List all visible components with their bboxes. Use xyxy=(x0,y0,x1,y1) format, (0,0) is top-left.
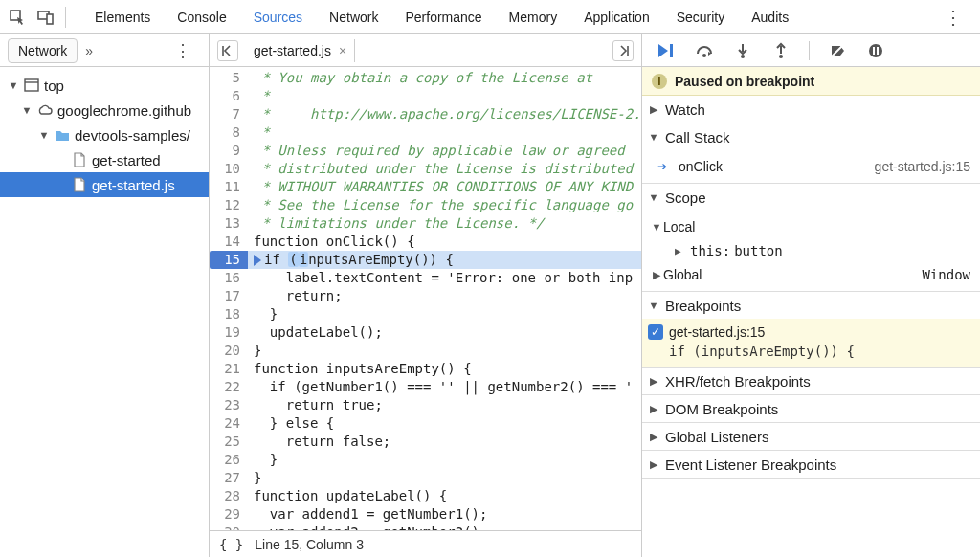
scope-variable[interactable]: ▶this: button xyxy=(650,239,980,262)
line-number[interactable]: 18 xyxy=(210,305,248,323)
line-number[interactable]: 23 xyxy=(210,396,248,414)
section-event-listeners-header[interactable]: ▶ Event Listener Breakpoints xyxy=(642,451,980,478)
line-gutter[interactable]: 5678910111213141516171819202122232425262… xyxy=(210,67,248,530)
section-breakpoints: ▼ Breakpoints ✓get-started.js:15if (inpu… xyxy=(642,292,980,368)
line-number[interactable]: 17 xyxy=(210,287,248,305)
line-number[interactable]: 28 xyxy=(210,487,248,505)
line-number[interactable]: 15 xyxy=(210,251,248,269)
code-line: * See the License for the specific langu… xyxy=(248,196,641,214)
svg-point-14 xyxy=(869,44,882,57)
code-line: * WITHOUT WARRANTIES OR CONDITIONS OF AN… xyxy=(248,178,641,196)
tab-sources[interactable]: Sources xyxy=(252,2,304,33)
code-editor[interactable]: 5678910111213141516171819202122232425262… xyxy=(210,67,641,530)
line-number[interactable]: 7 xyxy=(210,105,248,123)
line-number[interactable]: 22 xyxy=(210,378,248,396)
line-number[interactable]: 20 xyxy=(210,342,248,360)
code-line: function inputsAreEmpty() { xyxy=(248,360,641,378)
expand-icon: ▼ xyxy=(648,131,659,143)
file-icon xyxy=(71,177,88,192)
close-tab-icon[interactable]: × xyxy=(339,43,346,58)
main-toolbar: ElementsConsoleSourcesNetworkPerformance… xyxy=(0,0,980,34)
var-name: this: xyxy=(690,243,730,258)
section-global-listeners-header[interactable]: ▶ Global Listeners xyxy=(642,423,980,450)
line-number[interactable]: 25 xyxy=(210,433,248,451)
section-xhr: ▶ XHR/fetch Breakpoints xyxy=(642,368,980,395)
tab-network[interactable]: Network xyxy=(327,2,380,33)
tab-audits[interactable]: Audits xyxy=(749,2,791,33)
section-xhr-header[interactable]: ▶ XHR/fetch Breakpoints xyxy=(642,368,980,394)
code-line: return false; xyxy=(248,433,641,451)
step-over-icon[interactable] xyxy=(694,40,715,61)
tree-item[interactable]: get-started xyxy=(0,147,209,172)
code-line: * xyxy=(248,87,641,105)
line-number[interactable]: 12 xyxy=(210,196,248,214)
tree-item[interactable]: ▼top xyxy=(0,73,209,98)
pause-exceptions-icon[interactable] xyxy=(865,40,886,61)
editor-tabs: get-started.js × xyxy=(210,34,641,67)
code-line: } xyxy=(248,342,641,360)
scope-local[interactable]: ▼ Local xyxy=(650,214,980,239)
editor-tab[interactable]: get-started.js × xyxy=(246,39,355,62)
checkbox-icon[interactable]: ✓ xyxy=(648,324,663,340)
navigator-menu-icon[interactable]: ⋮ xyxy=(165,40,201,61)
nav-back-icon[interactable] xyxy=(217,40,238,61)
breakpoint-label: get-started.js:15 xyxy=(669,324,970,340)
line-number[interactable]: 26 xyxy=(210,451,248,469)
code-line: } xyxy=(248,305,641,323)
code-content[interactable]: * You may obtain a copy of the License a… xyxy=(248,67,641,530)
tab-application[interactable]: Application xyxy=(582,2,652,33)
callstack-body: ➔onClickget-started.js:15 xyxy=(642,150,980,183)
tab-performance[interactable]: Performance xyxy=(403,2,483,33)
section-callstack-header[interactable]: ▼ Call Stack xyxy=(642,123,980,150)
step-into-icon[interactable] xyxy=(732,40,753,61)
execution-marker-icon xyxy=(254,255,261,266)
panel-tabs: ElementsConsoleSourcesNetworkPerformance… xyxy=(93,2,924,33)
more-menu-icon[interactable]: ⋮ xyxy=(934,6,972,29)
twisty-icon: ▼ xyxy=(8,79,19,91)
line-number[interactable]: 11 xyxy=(210,178,248,196)
line-number[interactable]: 9 xyxy=(210,142,248,160)
tab-security[interactable]: Security xyxy=(675,2,727,33)
cloud-icon xyxy=(36,103,54,117)
line-number[interactable]: 5 xyxy=(210,69,248,87)
code-line: * You may obtain a copy of the License a… xyxy=(248,69,641,87)
line-number[interactable]: 10 xyxy=(210,160,248,178)
line-number[interactable]: 24 xyxy=(210,414,248,433)
breakpoint-item[interactable]: ✓get-started.js:15if (inputsAreEmpty()) … xyxy=(642,319,980,367)
line-number[interactable]: 6 xyxy=(210,87,248,105)
section-scope-header[interactable]: ▼ Scope xyxy=(642,184,980,211)
line-number[interactable]: 16 xyxy=(210,269,248,287)
line-number[interactable]: 30 xyxy=(210,524,248,530)
tab-elements[interactable]: Elements xyxy=(93,2,152,33)
section-dom-header[interactable]: ▶ DOM Breakpoints xyxy=(642,395,980,422)
device-toggle-icon[interactable] xyxy=(36,8,56,27)
line-number[interactable]: 27 xyxy=(210,469,248,487)
frame-location: get-started.js:15 xyxy=(875,159,970,174)
pretty-print-icon[interactable]: { } xyxy=(219,537,243,552)
scope-global[interactable]: ▶ Global Window xyxy=(650,262,980,287)
inspect-icon[interactable] xyxy=(8,8,27,27)
tree-item[interactable]: ▼devtools-samples/ xyxy=(0,123,209,147)
debugger-toolbar xyxy=(642,34,980,67)
nav-forward-icon[interactable] xyxy=(612,40,634,61)
navigator-tab-network[interactable]: Network xyxy=(8,38,78,63)
tab-console[interactable]: Console xyxy=(175,2,228,33)
line-number[interactable]: 8 xyxy=(210,123,248,142)
tree-item[interactable]: get-started.js xyxy=(0,172,209,197)
line-number[interactable]: 13 xyxy=(210,214,248,233)
tree-item[interactable]: ▼googlechrome.github xyxy=(0,98,209,123)
line-number[interactable]: 29 xyxy=(210,505,248,524)
line-number[interactable]: 19 xyxy=(210,323,248,342)
debugger-panel: i Paused on breakpoint ▶ Watch ▼ Call St… xyxy=(641,34,980,557)
callstack-frame[interactable]: ➔onClickget-started.js:15 xyxy=(657,154,980,179)
section-breakpoints-header[interactable]: ▼ Breakpoints xyxy=(642,292,980,319)
resume-icon[interactable] xyxy=(656,40,677,61)
line-number[interactable]: 14 xyxy=(210,233,248,251)
more-tabs-icon[interactable]: » xyxy=(85,43,93,58)
svg-point-8 xyxy=(702,54,706,57)
step-out-icon[interactable] xyxy=(770,40,791,61)
line-number[interactable]: 21 xyxy=(210,360,248,378)
section-watch-header[interactable]: ▶ Watch xyxy=(642,96,980,123)
tab-memory[interactable]: Memory xyxy=(507,2,560,33)
deactivate-breakpoints-icon[interactable] xyxy=(827,40,848,61)
